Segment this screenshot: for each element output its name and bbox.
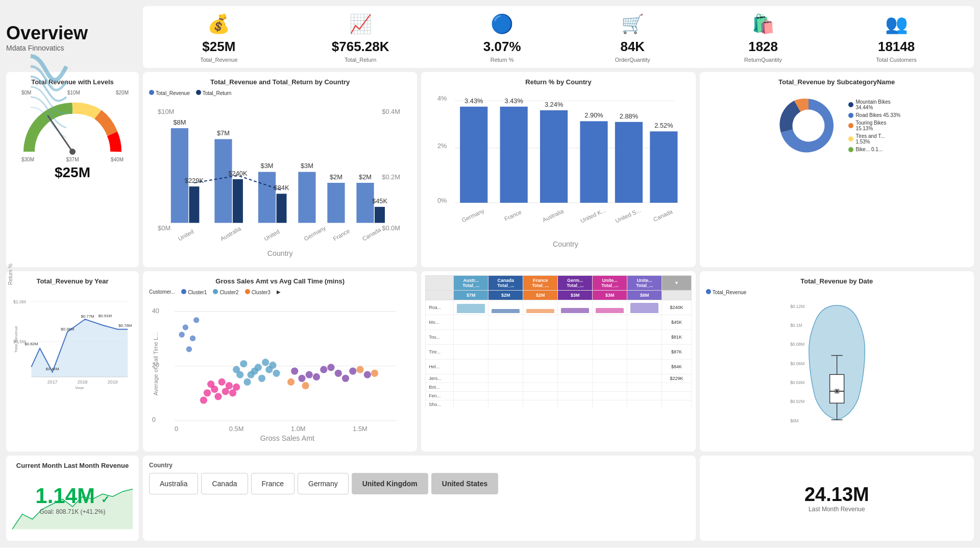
- svg-point-103: [335, 369, 342, 376]
- svg-point-97: [236, 371, 243, 378]
- svg-point-120: [207, 380, 214, 388]
- svg-line-0: [48, 116, 72, 152]
- svg-text:$0.0M: $0.0M: [382, 224, 400, 232]
- svg-rect-40: [460, 107, 488, 203]
- kpi-label: Return %: [491, 57, 514, 63]
- svg-text:2%: 2%: [437, 142, 447, 150]
- svg-text:3.24%: 3.24%: [545, 101, 563, 108]
- matrix-row: Jers... $229K: [426, 374, 691, 383]
- svg-rect-46: [580, 121, 608, 203]
- svg-point-99: [273, 369, 280, 376]
- kpi-item: 👥 18148 Total Customers: [876, 11, 916, 63]
- svg-text:40: 40: [152, 306, 159, 314]
- svg-text:0.5M: 0.5M: [229, 424, 244, 432]
- country-button[interactable]: Australia: [149, 473, 198, 494]
- donut-section: Total_Revenue by SubcategoryName Mountai…: [700, 72, 974, 267]
- svg-text:Germany: Germany: [303, 225, 327, 242]
- donut-title: Total_Revenue by SubcategoryName: [706, 78, 968, 86]
- svg-point-88: [240, 360, 247, 367]
- kpi-icon: 🛒: [621, 11, 644, 37]
- gauge-labels: $0M $10M $20M: [21, 90, 124, 96]
- svg-text:$0M: $0M: [158, 224, 170, 232]
- svg-text:2019: 2019: [108, 379, 118, 385]
- kpi-label: Total Customers: [876, 57, 916, 63]
- matrix-row: Hel... $84K: [426, 359, 691, 374]
- svg-text:0: 0: [152, 416, 156, 423]
- svg-point-83: [183, 324, 188, 330]
- last-month-value: 24.13M: [804, 484, 869, 506]
- kpi-row: 💰 $25M Total_Revenue 📈 $765.28K Total_Re…: [143, 6, 974, 68]
- svg-point-91: [262, 359, 269, 366]
- kpi-item: 💰 $25M Total_Revenue: [200, 11, 237, 63]
- svg-text:$0.44M: $0.44M: [46, 367, 59, 371]
- last-month-section: 24.13M Last Month Revenue: [700, 456, 974, 541]
- kpi-item: 📈 $765.28K Total_Return: [332, 11, 389, 63]
- kpi-item: 🛍️ 1828 ReturnQuantity: [744, 11, 782, 63]
- kpi-icon: 🔵: [491, 11, 513, 37]
- matrix-row: Tou... $81K: [426, 329, 691, 344]
- svg-text:Year: Year: [75, 385, 84, 389]
- matrix-row: Tire... $87K: [426, 344, 691, 359]
- kpi-value: 84K: [620, 39, 645, 55]
- bar-chart-title: Total_Revenue and Total_Return by Countr…: [149, 78, 411, 86]
- svg-text:3.43%: 3.43%: [505, 97, 523, 105]
- svg-text:Germany: Germany: [461, 207, 485, 223]
- svg-text:Country: Country: [267, 249, 293, 257]
- svg-point-121: [233, 384, 240, 391]
- svg-point-84: [190, 335, 195, 341]
- country-button[interactable]: Canada: [201, 473, 248, 494]
- country-button[interactable]: United Kingdom: [352, 473, 428, 494]
- svg-text:Average of Call Time L...: Average of Call Time L...: [153, 332, 159, 396]
- svg-text:$0.77M: $0.77M: [81, 314, 94, 319]
- svg-point-112: [287, 378, 295, 386]
- svg-text:United: United: [177, 228, 195, 242]
- svg-text:2018: 2018: [78, 379, 88, 385]
- svg-text:$0M: $0M: [790, 418, 798, 423]
- scatter-section: Gross Sales Amt vs Avg Call Time (mins) …: [143, 271, 417, 451]
- country-button[interactable]: France: [251, 473, 295, 494]
- svg-text:3.43%: 3.43%: [464, 97, 483, 105]
- kpi-label: ReturnQuantity: [744, 57, 782, 63]
- svg-text:1.0M: 1.0M: [291, 424, 306, 432]
- svg-text:$10M: $10M: [158, 108, 174, 115]
- country-button[interactable]: United States: [431, 473, 498, 494]
- return-country-svg: 4% 2% 0% 3.43% 3.43% 3.24% 2.90% 2.88%: [427, 90, 689, 250]
- svg-rect-25: [375, 207, 385, 223]
- gauge-container: [21, 101, 124, 157]
- bar-chart-svg: $10M $0M $0.4M $0.2M $0.0M $8M $229K $7M…: [149, 99, 411, 259]
- scatter-legend: Customer... Cluster1 Cluster2 Cluster3 ▶: [149, 289, 411, 295]
- country-button[interactable]: Germany: [298, 473, 349, 494]
- svg-text:2.88%: 2.88%: [620, 112, 638, 120]
- kpi-label: OrderQuantity: [615, 57, 650, 63]
- gauge-title: Total Revenue with Levels: [31, 78, 114, 86]
- svg-text:$240K: $240K: [228, 170, 248, 177]
- svg-text:$0.1M: $0.1M: [790, 323, 802, 328]
- svg-text:4%: 4%: [437, 94, 447, 102]
- svg-point-106: [298, 374, 305, 382]
- svg-point-86: [193, 317, 199, 323]
- last-month-label: Last Month Revenue: [808, 506, 865, 513]
- svg-rect-44: [540, 110, 568, 203]
- revenue-year-svg: $1.0M $0.5M $0.62M $0.44M $0.38M $0.77M …: [12, 289, 133, 390]
- svg-text:$2M: $2M: [359, 173, 372, 181]
- current-month-title: Current Month Last Month Revenue: [12, 462, 133, 469]
- svg-rect-23: [356, 183, 374, 223]
- country-filter-section: Country AustraliaCanadaFranceGermanyUnit…: [143, 456, 696, 541]
- kpi-value: $25M: [202, 39, 235, 55]
- svg-text:United S...: United S...: [615, 207, 642, 224]
- kpi-icon: 🛍️: [752, 11, 775, 37]
- svg-text:$8M: $8M: [173, 118, 186, 126]
- svg-rect-11: [214, 139, 232, 223]
- svg-text:Gross Sales Amt: Gross Sales Amt: [260, 434, 314, 442]
- return-country-title: Return % by Country: [427, 78, 689, 86]
- svg-point-110: [356, 366, 363, 373]
- svg-text:0: 0: [175, 424, 178, 432]
- svg-text:Canada: Canada: [652, 208, 674, 223]
- donut-legend: Mountain Bikes34.44% Road Bikes 45.33% T…: [848, 99, 900, 152]
- svg-text:$0.91M: $0.91M: [99, 314, 112, 318]
- matrix-table: Austr...Total_... CanadaTotal_... France…: [425, 275, 691, 408]
- kpi-icon: 📈: [349, 11, 372, 37]
- svg-text:$0.62M: $0.62M: [24, 342, 38, 346]
- svg-text:Australia: Australia: [219, 225, 242, 242]
- svg-point-1: [69, 149, 76, 155]
